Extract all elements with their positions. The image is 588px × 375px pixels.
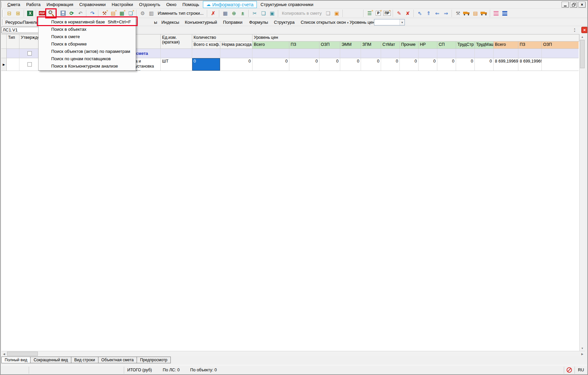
undo-icon[interactable]: ↶	[76, 9, 85, 17]
vertical-scroll-thumb[interactable]	[580, 40, 585, 68]
tree-add-icon[interactable]: ⊞	[14, 9, 22, 17]
tab-object-estimate[interactable]: Объектная смета	[98, 357, 137, 363]
header-vsego[interactable]: Всего	[252, 41, 289, 49]
cell-trudmash[interactable]: 0	[475, 58, 494, 71]
cell-stmat[interactable]: 0	[381, 58, 400, 71]
cell-unit[interactable]: ШТ	[161, 58, 192, 71]
tab-price-panel[interactable]: Панель цен	[21, 19, 38, 25]
estimate-code-input[interactable]	[1, 27, 42, 33]
menu-item-search-supplier-prices[interactable]: Поиск по ценам поставщиков	[39, 55, 136, 62]
header-trudmash[interactable]: ТрудМаш	[475, 41, 494, 49]
refresh-icon[interactable]: ⟳	[67, 9, 76, 17]
cell-tip[interactable]	[7, 58, 19, 71]
insert-row-below-icon[interactable]: ⇑	[424, 9, 433, 17]
cell-total-ozp[interactable]	[542, 58, 579, 71]
header-qty-norm[interactable]: Норма расхода	[220, 41, 252, 49]
restore-button[interactable]	[570, 2, 577, 8]
tab-fragment[interactable]: ы	[153, 19, 158, 25]
tab-indexes[interactable]: Индексы	[160, 19, 180, 25]
menu-account-informer[interactable]: ☁ Информатор счета	[203, 1, 257, 8]
spin-up-icon[interactable]: ▴	[574, 27, 575, 30]
menu-item-search-objects-by-params[interactable]: Поиск объектов (актов) по параметрам	[39, 48, 136, 55]
checkbox[interactable]	[27, 62, 32, 67]
menu-smeta[interactable]: Смета	[4, 1, 23, 8]
menu-item-search-conjunctural-analysis[interactable]: Поиск в Конъюнктурном анализе	[39, 62, 136, 70]
pink-books-icon[interactable]	[492, 9, 501, 17]
menu-item-search-normative-base[interactable]: Поиск в нормативной базе Shift+Ctrl+F	[39, 18, 136, 25]
save-icon[interactable]	[59, 9, 67, 17]
scroll-up-icon[interactable]: ▲	[580, 34, 585, 39]
menu-structural-references[interactable]: Структурные справочники	[258, 1, 316, 8]
add-machine-icon[interactable]: ▦	[118, 9, 126, 17]
price-r-icon[interactable]: Р	[374, 9, 383, 17]
cell-zpm[interactable]: 0	[361, 58, 381, 71]
header-emm[interactable]: ЭММ	[340, 41, 361, 49]
header-pz[interactable]: ПЗ	[289, 41, 319, 49]
paste-icon[interactable]: ▣	[268, 9, 277, 17]
work-hammer-icon[interactable]: ⚒	[454, 9, 462, 17]
cell-vsego[interactable]: 0	[252, 58, 289, 71]
cell-ozp[interactable]: 0	[319, 58, 340, 71]
excel-export-icon[interactable]: X	[26, 9, 34, 17]
header-sp[interactable]: СП	[437, 41, 456, 49]
machine-icon[interactable]: ⚙	[138, 9, 147, 17]
price-level-combobox[interactable]: ▾	[374, 19, 405, 25]
close-button[interactable]: ×	[578, 2, 586, 8]
goto-cell-icon[interactable]: ↷	[88, 9, 97, 17]
paste-to-estimate-icon[interactable]: ▣	[333, 9, 341, 17]
close-estimate-button[interactable]: ×	[581, 27, 588, 33]
tab-conjunctural[interactable]: Конъюнктурный	[183, 19, 218, 25]
header-zpm[interactable]: ЗПМ	[361, 41, 381, 49]
plus-minus-icon[interactable]: ±	[238, 9, 247, 17]
blue-books-icon[interactable]	[501, 9, 509, 17]
copy-to-estimate-button[interactable]: Копировать в смету	[280, 11, 324, 16]
scroll-right-icon[interactable]: ▶	[580, 351, 585, 357]
header-group-quantity[interactable]: Количество	[192, 34, 252, 41]
tab-short-view[interactable]: Сокращенный вид	[30, 357, 71, 363]
copy-to-estimate-icon[interactable]: ❏	[324, 9, 333, 17]
horizontal-scrollbar[interactable]: ◀ ▶	[1, 351, 585, 356]
header-stmat[interactable]: СтМат	[381, 41, 400, 49]
open-windows-dropdown[interactable]: Список открытых окон ▾	[299, 19, 350, 25]
tab-structure[interactable]: Структура	[273, 19, 296, 25]
increase-level-icon[interactable]: ⇒	[442, 9, 450, 17]
tab-formulas[interactable]: Формулы	[248, 19, 270, 25]
cell-norm[interactable]: 0	[220, 58, 252, 71]
menu-item-search-estimate[interactable]: Поиск в смете	[39, 33, 136, 40]
tab-row-view[interactable]: Вид строки	[71, 357, 98, 363]
menu-pomosch[interactable]: Помощь	[179, 1, 202, 8]
menu-rabota[interactable]: Работа	[23, 1, 44, 8]
delete-row-icon[interactable]: ✘	[403, 9, 412, 17]
cell-total-vsego[interactable]: 8 699,199692	[494, 58, 518, 71]
header-total-vsego[interactable]: Всего	[494, 41, 518, 49]
cell-sp[interactable]: 0	[437, 58, 456, 71]
change-row-type-button[interactable]: Изменить тип строки...	[156, 11, 206, 16]
scroll-left-icon[interactable]: ◀	[1, 351, 7, 357]
horizontal-scroll-thumb[interactable]	[7, 352, 38, 356]
tab-popravki[interactable]: Поправки	[222, 19, 244, 25]
cell-nr[interactable]: 0	[419, 58, 437, 71]
header-ozp[interactable]: ОЗП	[319, 41, 340, 49]
cell-total-pz[interactable]: 8 699,199692	[518, 58, 542, 71]
scroll-down-icon[interactable]: ▼	[580, 346, 585, 351]
edit-row-icon[interactable]: ✎	[395, 9, 403, 17]
menu-nastroyki[interactable]: Настройки	[108, 1, 136, 8]
menu-okno[interactable]: Окно	[163, 1, 179, 8]
cut-icon[interactable]: ✂	[250, 9, 259, 17]
cell-tip[interactable]	[7, 49, 19, 58]
transport-truck-icon[interactable]	[480, 9, 489, 17]
cell-prochie[interactable]: 0	[400, 58, 419, 71]
cell-approved[interactable]	[19, 58, 40, 71]
copy-icon[interactable]: ❏	[259, 9, 268, 17]
header-nr[interactable]: НР	[419, 41, 437, 49]
tab-preview[interactable]: Предпросмотр	[137, 357, 170, 363]
spin-down-icon[interactable]: ▾	[574, 30, 575, 32]
header-prochie[interactable]: Прочие	[400, 41, 419, 49]
blocks-icon[interactable]: ▥	[147, 9, 156, 17]
vertical-scrollbar[interactable]: ▲ ▼	[579, 34, 585, 351]
header-group-price-level[interactable]: Уровень цен	[252, 34, 579, 41]
header-total-ozp[interactable]: ОЗП	[542, 41, 579, 49]
header-total-pz[interactable]: ПЗ	[518, 41, 542, 49]
cell-trudstr[interactable]: 0	[456, 58, 475, 71]
header-trudstr[interactable]: ТрудСтр	[456, 41, 475, 49]
